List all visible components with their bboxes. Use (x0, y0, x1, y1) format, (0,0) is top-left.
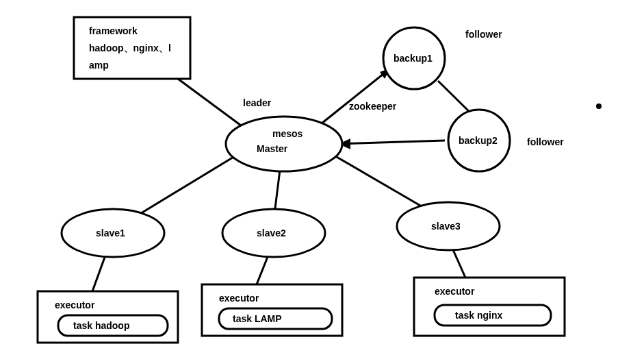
backup2-label: follower (527, 136, 564, 147)
backup1-text: backup1 (394, 53, 433, 64)
executor1-task: task hadoop (73, 320, 129, 331)
master-label: leader (243, 97, 272, 108)
slave1-text: slave1 (96, 228, 125, 238)
slave3-text: slave3 (431, 221, 461, 232)
executor1-title: executor (55, 299, 95, 310)
executor3-title: executor (435, 286, 475, 297)
dot-icon (596, 103, 602, 109)
framework-line2: hadoop、nginx、l (89, 42, 171, 53)
edge-backup2-master (339, 140, 445, 144)
backup2-text: backup2 (459, 135, 498, 146)
zookeeper-label: zookeeper (349, 101, 397, 112)
framework-line1: framework (89, 25, 138, 36)
slave2-text: slave2 (257, 228, 286, 238)
master-line1: mesos (272, 128, 303, 139)
edge-master-backup1 (322, 69, 390, 123)
executor2-task: task LAMP (233, 313, 282, 324)
master-line2: Master (257, 143, 288, 154)
executor2-title: executor (219, 293, 259, 304)
framework-line3: amp (89, 60, 109, 71)
edge-slave3-exec3 (452, 247, 465, 278)
edge-slave1-exec1 (92, 254, 106, 291)
backup1-label: follower (465, 29, 502, 40)
executor3-task: task nginx (455, 310, 502, 321)
